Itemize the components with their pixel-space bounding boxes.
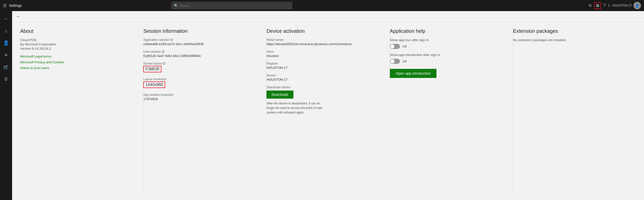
deactivate-button[interactable]: Deactivate bbox=[266, 91, 293, 99]
user-session-label: User session ID bbox=[143, 50, 258, 53]
retail-server-value: https://devax00032ret.cloud.test.dynamic… bbox=[266, 42, 381, 46]
back-bar: ← bbox=[12, 11, 644, 22]
help-icon[interactable]: ? bbox=[603, 3, 606, 8]
sidebar: ← ⌂ 👤 ≡ 🛒 0 bbox=[0, 11, 12, 200]
about-section: About Cloud POS By Microsoft Corporation… bbox=[20, 28, 143, 194]
screen-layout-value-box: F3MGR bbox=[143, 66, 161, 72]
deactivate-note: After the device is deactivated, it can … bbox=[266, 101, 327, 115]
tour-toggle-container: Off bbox=[390, 44, 505, 49]
topbar: ☰ Settings 🔍 ↻ ⚙ ? 1 - HOUSTON-17 👤 bbox=[0, 0, 644, 11]
app-help-section: Application help Show app tour after sig… bbox=[390, 28, 513, 194]
search-icon: 🔍 bbox=[174, 4, 178, 8]
about-title: About bbox=[20, 28, 135, 34]
layout-res-label: Layout resolution bbox=[143, 77, 258, 81]
refresh-icon[interactable]: ↻ bbox=[589, 3, 592, 8]
screen-layout-label: Screen layout ID bbox=[143, 62, 258, 65]
notice-link[interactable]: Notice to End Users bbox=[20, 66, 135, 70]
topbar-title: Settings bbox=[9, 4, 22, 8]
session-section: Session information Application session … bbox=[143, 28, 266, 194]
intro-label: Show app introduction after sign in bbox=[390, 53, 505, 57]
user-session-value: f1d6f1d2-4a47-fe62-66c1-58f8338f684c bbox=[143, 54, 258, 58]
extension-title: Extension packages bbox=[513, 28, 628, 34]
about-version: Version 9.14.19116.2 bbox=[20, 47, 135, 50]
intro-toggle-container: Off bbox=[390, 59, 505, 64]
gear-icon[interactable]: ⚙ bbox=[594, 2, 601, 9]
sidebar-item-back[interactable]: ← bbox=[1, 13, 12, 24]
sidebar-item-user[interactable]: 👤 bbox=[1, 37, 12, 48]
session-title: Session information bbox=[143, 28, 258, 34]
device-title: Device activation bbox=[266, 28, 381, 34]
legal-terms-link[interactable]: Microsoft Legal terms bbox=[20, 54, 135, 58]
main-layout: ← ⌂ 👤 ≡ 🛒 0 ← About Cloud POS By Microso… bbox=[0, 11, 644, 200]
app-session-value: c0ebedd8-e169-ea7d-1bcc-e94f3ed1f938 bbox=[143, 42, 258, 46]
about-app-name: Cloud POS bbox=[20, 38, 135, 42]
topbar-left: ☰ Settings bbox=[3, 3, 22, 8]
app-window-label: App window resolution bbox=[143, 93, 258, 97]
intro-toggle[interactable] bbox=[390, 59, 400, 64]
sidebar-item-zero[interactable]: 0 bbox=[1, 74, 12, 85]
app-session-label: Application session ID bbox=[143, 38, 258, 42]
register-value: HOUSTON-17 bbox=[266, 66, 381, 70]
screen-layout-value: F3MGR bbox=[145, 67, 159, 71]
tour-toggle-label: Off bbox=[402, 45, 407, 48]
hamburger-icon[interactable]: ☰ bbox=[3, 3, 7, 8]
app-window-value: 1707x818 bbox=[143, 97, 258, 101]
layout-res-value: 1440x960 bbox=[145, 82, 163, 87]
topbar-user: 1 - HOUSTON-17 👤 bbox=[608, 2, 641, 9]
username-label: 1 - HOUSTON-17 bbox=[608, 4, 632, 7]
page-body: About Cloud POS By Microsoft Corporation… bbox=[12, 22, 644, 200]
privacy-link[interactable]: Microsoft Privacy and Cookies bbox=[20, 60, 135, 64]
register-label: Register bbox=[266, 62, 381, 65]
device-label: Device bbox=[266, 74, 381, 77]
sidebar-item-menu[interactable]: ≡ bbox=[1, 49, 12, 61]
topbar-right: ↻ ⚙ ? 1 - HOUSTON-17 👤 bbox=[589, 2, 641, 9]
intro-toggle-label: Off bbox=[402, 60, 407, 63]
tour-toggle[interactable] bbox=[390, 44, 400, 49]
main-content: ← About Cloud POS By Microsoft Corporati… bbox=[12, 11, 644, 200]
avatar[interactable]: 👤 bbox=[633, 2, 641, 9]
deactivate-label: Deactivate device bbox=[266, 85, 381, 89]
retail-server-label: Retail server bbox=[266, 38, 381, 42]
app-help-title: Application help bbox=[390, 28, 505, 34]
device-section: Device activation Retail server https://… bbox=[266, 28, 389, 194]
back-button[interactable]: ← bbox=[16, 14, 21, 19]
device-value: HOUSTON-17 bbox=[266, 78, 381, 81]
search-bar[interactable]: 🔍 bbox=[172, 2, 292, 9]
search-input[interactable] bbox=[180, 4, 290, 8]
store-value: Houston bbox=[266, 54, 381, 58]
extension-section: Extension packages No extension packages… bbox=[513, 28, 636, 194]
layout-res-value-box: 1440x960 bbox=[143, 81, 165, 88]
tour-toggle-knob bbox=[390, 44, 394, 48]
store-label: Store bbox=[266, 50, 381, 53]
sidebar-item-cart[interactable]: 🛒 bbox=[1, 62, 12, 73]
about-by: By Microsoft Corporation bbox=[20, 42, 135, 46]
extension-note: No extension packages are installed. bbox=[513, 38, 628, 42]
open-app-intro-button[interactable]: Open app introduction bbox=[390, 69, 437, 78]
tour-label: Show app tour after sign in bbox=[390, 38, 505, 42]
intro-toggle-knob bbox=[390, 59, 394, 63]
sidebar-item-home[interactable]: ⌂ bbox=[1, 25, 12, 36]
